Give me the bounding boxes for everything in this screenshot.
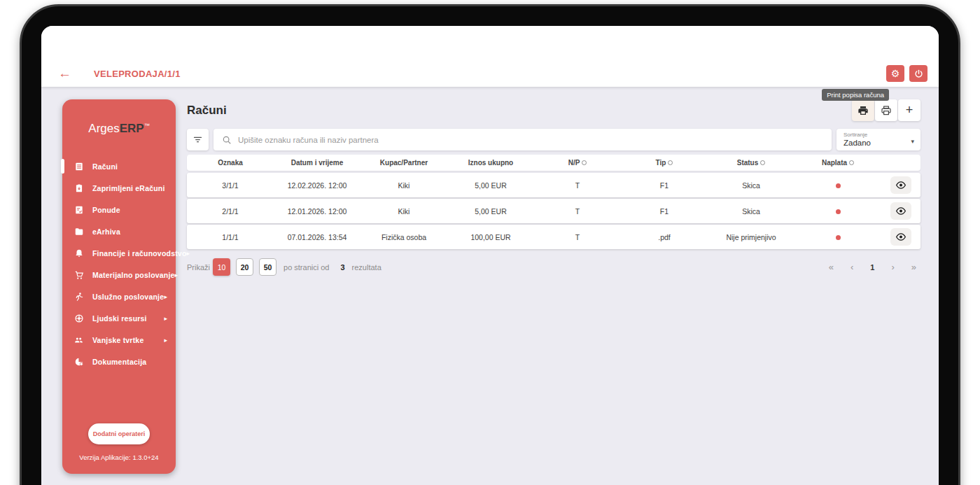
view-invoice-button[interactable]	[890, 176, 911, 194]
payment-status-dot	[836, 209, 841, 214]
eye-icon	[895, 206, 906, 216]
page-size-20[interactable]: 20	[236, 258, 253, 276]
app-logo: ArgesERP™	[62, 122, 176, 136]
column-np: N/P	[534, 159, 621, 167]
received-einvoice-icon	[74, 183, 84, 193]
table-row[interactable]: 1/1/1 07.01.2026. 13:54 Fizička osoba 10…	[187, 225, 920, 249]
payment-status-dot	[836, 183, 841, 188]
sidebar: ArgesERP™ Računi Zaprimljeni eRačuni	[62, 99, 176, 474]
eye-icon	[895, 232, 906, 241]
column-iznos: Iznos ukupno	[447, 159, 534, 167]
results-total: 3	[340, 263, 344, 272]
settings-button[interactable]: ⚙	[886, 65, 904, 82]
gear-icon: ⚙	[891, 69, 900, 78]
printer-filled-icon	[858, 105, 869, 116]
column-tip: Tip	[621, 159, 708, 167]
invoice-icon	[74, 161, 84, 171]
page-size-50[interactable]: 50	[259, 258, 276, 276]
pagination: Prikaži 10 20 50 po stranici od 3 rezult…	[187, 258, 920, 276]
sidebar-footer: Dodatni operateri Verzija Aplikacije: 1.…	[62, 423, 176, 474]
sidebar-item-zaprimljeni-eracuni[interactable]: Zaprimljeni eRačuni	[62, 177, 176, 199]
wheel-icon	[74, 313, 84, 323]
cart-icon	[74, 269, 84, 280]
sidebar-item-financije[interactable]: Financije i računovodstvo ▸	[62, 242, 176, 264]
bell-icon	[74, 248, 84, 258]
info-icon[interactable]	[668, 160, 673, 165]
sidebar-item-racuni[interactable]: Računi	[62, 155, 176, 177]
additional-operators-button[interactable]: Dodatni operateri	[88, 423, 150, 444]
table-row[interactable]: 2/1/1 12.01.2026. 12:00 Kiki 5,00 EUR T …	[187, 199, 920, 223]
power-icon	[914, 69, 923, 78]
offers-icon	[74, 204, 84, 215]
sidebar-item-ljudski-resursi[interactable]: Ljudski resursi ▸	[62, 307, 176, 329]
print-tooltip: Print popisa računa	[822, 89, 889, 101]
add-invoice-button[interactable]: +	[898, 99, 920, 121]
column-datum: Datum i vrijeme	[274, 159, 360, 167]
submenu-arrow-icon: ▸	[164, 293, 167, 300]
info-icon[interactable]	[760, 160, 765, 165]
table-row[interactable]: 3/1/1 12.02.2026. 12:00 Kiki 5,00 EUR T …	[187, 173, 920, 197]
sidebar-item-vanjske-tvrtke[interactable]: Vanjske tvrtke ▸	[62, 329, 176, 351]
per-page-label: po stranici od	[284, 263, 329, 272]
sidebar-item-ponude[interactable]: Ponude	[62, 199, 176, 220]
submenu-arrow-icon: ▸	[164, 337, 167, 344]
pager-controls: « ‹ 1 › »	[829, 262, 916, 272]
chevron-down-icon: ▾	[911, 138, 914, 145]
breadcrumb-title: VELEPRODAJA/1/1	[94, 69, 181, 79]
search-icon	[222, 135, 232, 145]
sidebar-item-usluzno[interactable]: Uslužno poslovanje ▸	[62, 286, 176, 307]
filter-button[interactable]	[187, 129, 209, 150]
print-alt-button[interactable]	[875, 99, 897, 121]
submenu-arrow-icon: ▸	[164, 315, 167, 322]
submenu-arrow-icon: ▸	[187, 250, 190, 257]
search-input[interactable]	[238, 136, 823, 144]
print-list-button[interactable]	[852, 99, 874, 121]
action-buttons: +	[851, 99, 920, 121]
show-label: Prikaži	[187, 263, 210, 272]
app-screen: ← VELEPRODAJA/1/1 ⚙ Print popisa računa …	[41, 26, 939, 485]
filter-icon	[192, 134, 203, 145]
main-panel: Računi +	[187, 99, 920, 485]
results-label: rezultata	[352, 263, 382, 272]
prev-page-icon[interactable]: ‹	[850, 262, 853, 272]
info-icon[interactable]	[849, 160, 854, 165]
first-page-icon[interactable]: «	[829, 262, 834, 272]
tablet-frame: ← VELEPRODAJA/1/1 ⚙ Print popisa računa …	[20, 4, 960, 485]
table-header: Oznaka Datum i vrijeme Kupac/Partner Izn…	[187, 155, 920, 171]
running-person-icon	[74, 291, 84, 302]
sidebar-menu: Računi Zaprimljeni eRačuni Ponude	[62, 155, 176, 372]
printer-outline-icon	[881, 105, 892, 116]
next-page-icon[interactable]: ›	[891, 262, 894, 272]
current-page: 1	[870, 263, 874, 272]
top-bar: ← VELEPRODAJA/1/1 ⚙	[41, 26, 939, 87]
page-size-10[interactable]: 10	[213, 258, 230, 276]
documentation-icon	[74, 356, 84, 367]
folder-icon	[74, 226, 84, 237]
column-kupac: Kupac/Partner	[360, 159, 447, 167]
search-box	[214, 129, 832, 150]
plus-icon: +	[906, 103, 913, 118]
sidebar-item-dokumentacija[interactable]: Dokumentacija	[62, 351, 176, 372]
info-icon[interactable]	[582, 160, 587, 165]
sidebar-item-earhiva[interactable]: eArhiva	[62, 220, 176, 242]
view-invoice-button[interactable]	[890, 228, 911, 246]
sidebar-item-materijalno[interactable]: Materijalno poslovanje ▸	[62, 264, 176, 286]
sort-value: Zadano	[844, 139, 915, 147]
app-version: Verzija Aplikacije: 1.3.0+24	[62, 454, 176, 461]
view-invoice-button[interactable]	[890, 202, 911, 220]
payment-status-dot	[836, 235, 841, 240]
column-oznaka: Oznaka	[187, 159, 274, 167]
back-icon[interactable]: ←	[58, 67, 71, 80]
column-status: Status	[708, 159, 794, 167]
content-area: ArgesERP™ Računi Zaprimljeni eRačuni	[41, 87, 939, 485]
eye-icon	[895, 181, 906, 190]
column-naplata: Naplata	[794, 159, 881, 167]
page-title: Računi	[187, 104, 227, 118]
group-icon	[74, 335, 84, 345]
sort-label: Sortiranje	[844, 132, 915, 138]
logout-button[interactable]	[909, 65, 927, 82]
sort-select[interactable]: Sortiranje Zadano ▾	[836, 129, 920, 150]
last-page-icon[interactable]: »	[911, 262, 916, 272]
submenu-arrow-icon: ▸	[175, 272, 178, 279]
